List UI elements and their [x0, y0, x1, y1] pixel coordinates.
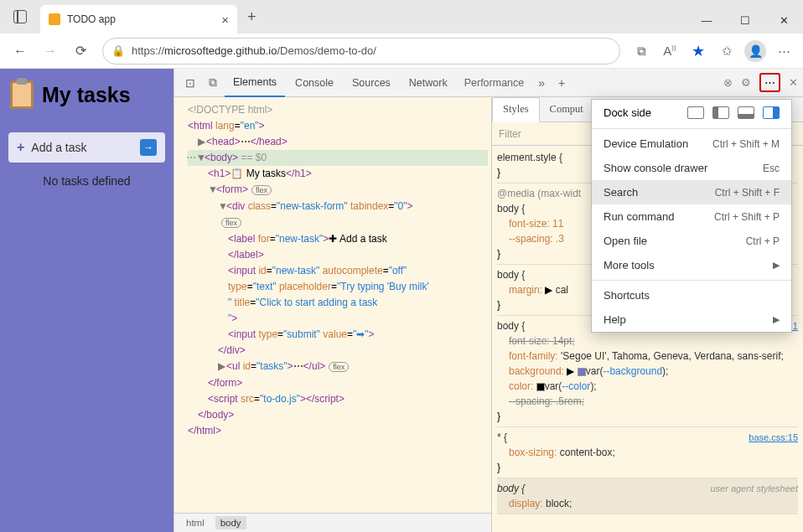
- tab-title: TODO app: [67, 13, 116, 25]
- favorites-button[interactable]: ✩: [714, 44, 739, 59]
- device-toggle-button[interactable]: ⧉: [203, 75, 223, 90]
- styles-tab[interactable]: Styles: [492, 97, 540, 122]
- breadcrumb-body[interactable]: body: [215, 516, 246, 529]
- src-link-2[interactable]: base.css:15: [749, 430, 798, 445]
- devtools-context-menu: Dock side Device EmulationCtrl + Shift +…: [591, 99, 792, 333]
- dom-script-src: to-do.js: [263, 393, 296, 405]
- menu-item-shortcuts[interactable]: Shortcuts: [592, 283, 791, 307]
- back-button[interactable]: ←: [7, 38, 34, 65]
- devtools-menu-button[interactable]: ⋯: [759, 73, 780, 92]
- dom-breadcrumb[interactable]: html body: [174, 513, 491, 532]
- minimize-button[interactable]: —: [687, 7, 726, 34]
- tab-elements[interactable]: Elements: [225, 69, 285, 97]
- browser-tab[interactable]: TODO app ×: [40, 5, 237, 34]
- app-pane: My tasks + Add a task → No tasks defined: [0, 69, 174, 532]
- menu-item-more-tools[interactable]: More tools▶: [592, 253, 791, 277]
- dom-placeholder: Try typing 'Buy milk': [340, 281, 429, 292]
- tab-performance[interactable]: Performance: [458, 77, 531, 89]
- menu-item-show-console-drawer[interactable]: Show console drawerEsc: [592, 156, 791, 180]
- selected-marker: == $0: [241, 152, 267, 163]
- close-devtools-button[interactable]: ✕: [789, 76, 798, 89]
- breadcrumb-html[interactable]: html: [181, 516, 210, 529]
- tab-favicon: [49, 13, 60, 25]
- new-tab-button[interactable]: +: [237, 8, 267, 26]
- url-prefix: https://: [132, 44, 164, 57]
- ua-stylesheet-label: user agent stylesheet: [710, 481, 798, 496]
- dock-bottom-icon[interactable]: [738, 106, 754, 119]
- dom-submit-val: ➡: [356, 328, 365, 340]
- maximize-button[interactable]: ☐: [726, 7, 764, 34]
- profile-button[interactable]: 👤: [743, 40, 768, 62]
- tab-actions-button[interactable]: [0, 0, 40, 34]
- app-title: My tasks: [42, 83, 131, 107]
- favorite-icon[interactable]: ★: [686, 42, 711, 60]
- read-aloud-icon[interactable]: A)): [657, 44, 682, 58]
- menu-item-device-emulation[interactable]: Device EmulationCtrl + Shift + M: [592, 132, 791, 156]
- settings-icon[interactable]: ⚙: [741, 76, 751, 89]
- submit-arrow-icon[interactable]: →: [140, 139, 157, 156]
- dock-undock-icon[interactable]: [687, 106, 704, 119]
- menu-item-open-file[interactable]: Open fileCtrl + P: [592, 229, 791, 253]
- dom-label-text: Add a task: [337, 233, 386, 245]
- menu-item-search[interactable]: SearchCtrl + Shift + F: [592, 180, 791, 204]
- address-bar[interactable]: 🔒 https://microsoftedge.github.io/Demos/…: [102, 38, 620, 65]
- clipboard-icon: [10, 80, 34, 109]
- issues-icon[interactable]: ⊗: [723, 76, 733, 89]
- dom-h1-text: My tasks: [243, 168, 286, 179]
- tab-console[interactable]: Console: [287, 69, 342, 97]
- menu-item-run-command[interactable]: Run commandCtrl + Shift + P: [592, 204, 791, 229]
- dock-side-label: Dock side: [604, 106, 651, 119]
- more-tabs-button[interactable]: »: [532, 76, 551, 90]
- url-host: microsoftedge.github.io: [164, 44, 277, 57]
- app-menu-button[interactable]: ⋯: [771, 44, 796, 59]
- devtools-tabbar: ⊡ ⧉ Elements Console Sources Network Per…: [174, 69, 803, 97]
- forward-button: →: [37, 38, 64, 65]
- lock-icon: 🔒: [111, 44, 125, 57]
- add-task-button[interactable]: + Add a task →: [8, 132, 165, 163]
- dom-title: Click to start adding a task: [260, 297, 378, 308]
- dock-right-icon[interactable]: [763, 106, 780, 119]
- menu-item-help[interactable]: Help▶: [592, 307, 791, 332]
- dom-doctype: <!DOCTYPE html>: [188, 104, 272, 116]
- no-tasks-text: No tasks defined: [0, 174, 174, 188]
- plus-icon: +: [17, 140, 24, 155]
- add-tab-button[interactable]: +: [552, 76, 571, 90]
- close-tab-icon[interactable]: ×: [221, 13, 229, 27]
- close-window-button[interactable]: ✕: [764, 7, 803, 34]
- dock-left-icon[interactable]: [712, 106, 729, 119]
- add-task-label: Add a task: [31, 141, 86, 154]
- reload-button[interactable]: ⟳: [67, 38, 94, 65]
- dom-tree[interactable]: <!DOCTYPE html> <html lang="en"> ▶<head>…: [174, 97, 491, 513]
- shopping-icon[interactable]: ⧉: [629, 44, 654, 59]
- url-path: /Demos/demo-to-do/: [277, 44, 376, 57]
- tab-network[interactable]: Network: [401, 69, 456, 97]
- tab-sources[interactable]: Sources: [344, 69, 399, 97]
- inspect-button[interactable]: ⊡: [179, 76, 201, 90]
- computed-tab[interactable]: Comput: [540, 97, 593, 122]
